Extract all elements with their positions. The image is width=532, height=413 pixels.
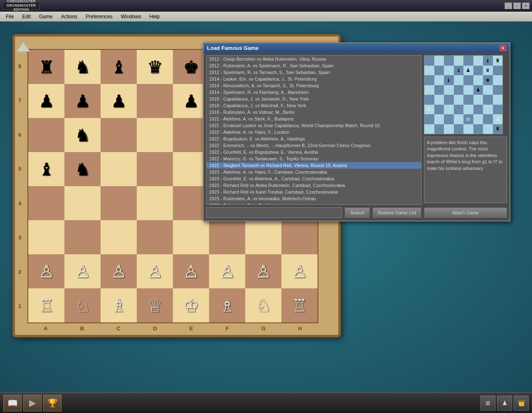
cell-c5[interactable]: [101, 152, 137, 186]
game-list-item[interactable]: 1914 - Nimzowitsch, A. vs Tarrasch, S., …: [207, 82, 421, 89]
game-list-item[interactable]: 1922 - Siegbert Tarrasch vs Richard Reti…: [207, 162, 421, 169]
game-list-item[interactable]: 1921 - Alekhine, A. vs Sterk, K., Budape…: [207, 116, 421, 122]
play-button[interactable]: ▶: [23, 395, 42, 411]
cell-a4[interactable]: [28, 186, 64, 220]
cell-h2[interactable]: ♙: [281, 254, 318, 288]
cell-e3[interactable]: [173, 220, 209, 254]
game-list-item[interactable]: 1922 - Bogolyubov, E. vs Alekhine, A., H…: [207, 135, 421, 142]
mini-cell-h8: ♜: [493, 56, 503, 66]
game-list-item[interactable]: 1912 - Ossip Bernstein vs Akiba Rubinste…: [207, 56, 421, 62]
cell-c4[interactable]: [101, 186, 137, 220]
cell-e2[interactable]: ♙: [173, 254, 209, 288]
game-list-item[interactable]: 1923 - Grunfeld, E. vs Alekhine, A., Car…: [207, 175, 421, 182]
search-input[interactable]: [206, 207, 342, 218]
cell-g1[interactable]: ♘: [245, 288, 281, 322]
game-list-item[interactable]: 1922 - Maroczy, G. vs Tartakower, S., Te…: [207, 155, 421, 162]
maximize-button[interactable]: □: [513, 2, 521, 9]
menu-actions[interactable]: Actions: [57, 12, 81, 21]
cell-a6[interactable]: [28, 118, 64, 152]
cell-h3[interactable]: [281, 220, 318, 254]
cell-d2[interactable]: ♙: [137, 254, 173, 288]
minimize-button[interactable]: _: [505, 2, 512, 9]
game-list-item[interactable]: 1922 - Emmerich, .- vs Moritz, -, Hauptt…: [207, 142, 421, 149]
cell-d6[interactable]: [137, 118, 173, 152]
cell-c1[interactable]: ♗: [101, 288, 137, 322]
game-list-item[interactable]: 1921 - Emanuel Lasker vs Jose Capablanca…: [207, 122, 421, 129]
cell-d7[interactable]: [137, 84, 173, 118]
cell-c8[interactable]: ♝: [101, 50, 137, 84]
trophy-button[interactable]: 🏆: [43, 395, 62, 411]
cell-a5[interactable]: ♝: [28, 152, 64, 186]
game-list-item[interactable]: 1923 - Alekhine, A. vs Yates, F., Carlsb…: [207, 169, 421, 175]
cell-a1[interactable]: ♖: [28, 288, 64, 322]
mini-cell-e4: [463, 95, 473, 105]
cell-g2[interactable]: ♙: [245, 254, 281, 288]
cell-b3[interactable]: [64, 220, 101, 254]
cell-a3[interactable]: [28, 220, 64, 254]
menu-help[interactable]: Help: [145, 12, 164, 21]
cell-b2[interactable]: ♙: [64, 254, 101, 288]
cell-c7[interactable]: ♟: [101, 84, 137, 118]
game-list[interactable]: 1912 - Ossip Bernstein vs Akiba Rubinste…: [206, 55, 421, 205]
mini-cell-e7: ♟: [463, 66, 473, 76]
grid-button[interactable]: ⊞: [480, 396, 495, 411]
cell-b4[interactable]: [64, 186, 101, 220]
cell-a2[interactable]: ♙: [28, 254, 64, 288]
main-area: 8 7 6 5 4 3 2 1 ♜ ♞ ♝ ♛ ♚ ♝ ♞ ♜ ♟: [0, 22, 532, 392]
cell-f2[interactable]: ♙: [209, 254, 245, 288]
game-list-item[interactable]: 1912 - Spielmann, R. vs Tarrasch, S., Sa…: [207, 69, 421, 76]
menu-file[interactable]: File: [2, 12, 18, 21]
cell-a8[interactable]: ♜: [28, 50, 64, 84]
cell-d4[interactable]: [137, 186, 173, 220]
cell-e1[interactable]: ♔: [173, 288, 209, 322]
cell-h1[interactable]: ♖: [281, 288, 318, 322]
cell-c6[interactable]: [101, 118, 137, 152]
restore-game-list-button[interactable]: Restore Game List: [372, 207, 421, 218]
game-list-item[interactable]: 1923 - Richard Reti vs Karel Treybal, Ca…: [207, 189, 421, 195]
cell-b7[interactable]: ♟: [64, 84, 101, 118]
cell-f3[interactable]: [209, 220, 245, 254]
close-button[interactable]: ✕: [522, 2, 530, 9]
game-list-item[interactable]: 1914 - Lasker, Em. vs Capablanca, J., St…: [207, 76, 421, 82]
book-button[interactable]: 📖: [3, 395, 22, 411]
cell-b1[interactable]: ♘: [64, 288, 101, 322]
cell-b8[interactable]: ♞: [64, 50, 101, 84]
mini-cell-g3: [483, 105, 493, 115]
game-list-item[interactable]: 1918 - Capablanca, J. vs Janowski, D., N…: [207, 96, 421, 102]
game-list-item[interactable]: 1923 - Rubinstein, E. vs Tartakower...: [207, 202, 421, 205]
piece-button[interactable]: ♟: [497, 396, 512, 411]
game-list-item[interactable]: 1922 - Alekhine, A. vs Yates, F., London: [207, 129, 421, 135]
mini-cell-b7: [434, 66, 444, 76]
mini-cell-e8: [463, 56, 473, 66]
cell-d8[interactable]: ♛: [137, 50, 173, 84]
menu-game[interactable]: Game: [35, 12, 57, 21]
cell-c2[interactable]: ♙: [101, 254, 137, 288]
cell-d5[interactable]: [137, 152, 173, 186]
search-button[interactable]: Search: [345, 207, 370, 218]
menu-preferences[interactable]: Preferences: [81, 12, 117, 21]
cell-g3[interactable]: [245, 220, 281, 254]
game-list-item[interactable]: 1918 - Rubinstein, A. vs Vidmar, M., Ber…: [207, 109, 421, 116]
game-list-item[interactable]: 1923 - Rubinstein, A. vs Hromadka, Mahri…: [207, 195, 421, 202]
watch-game-button[interactable]: Watch Game: [424, 207, 507, 218]
game-list-item[interactable]: 1914 - Spielmann, R. vs Flamberg, A., Ma…: [207, 89, 421, 96]
cell-d3[interactable]: [137, 220, 173, 254]
game-list-item[interactable]: 1922 - Grunfeld, E. vs Bogoljubow, E., V…: [207, 149, 421, 155]
crown-button[interactable]: 👑: [514, 396, 529, 411]
mini-cell-a1: [424, 124, 434, 134]
dialog-close-button[interactable]: ✕: [500, 45, 506, 51]
cell-d1[interactable]: ♕: [137, 288, 173, 322]
menu-edit[interactable]: Edit: [18, 12, 35, 21]
titlebar-controls[interactable]: _ □ ✕: [505, 2, 530, 9]
game-list-item[interactable]: 1912 - Rubinstein, A. vs Spielmann, R., …: [207, 62, 421, 69]
cell-f1[interactable]: ♗: [209, 288, 245, 322]
scroll-up-indicator[interactable]: [17, 42, 30, 52]
cell-b5[interactable]: ♞: [64, 152, 101, 186]
menu-windows[interactable]: Windows: [117, 12, 145, 21]
cell-b6[interactable]: ♞: [64, 118, 101, 152]
cell-c3[interactable]: [101, 220, 137, 254]
mini-cell-b3: [434, 105, 444, 115]
game-list-item[interactable]: 1923 - Richard Reti vs Akiba Rubinstein,…: [207, 182, 421, 189]
cell-a7[interactable]: ♟: [28, 84, 64, 118]
game-list-item[interactable]: 1918 - Capablanca, J. vs Marshall, F., N…: [207, 102, 421, 109]
